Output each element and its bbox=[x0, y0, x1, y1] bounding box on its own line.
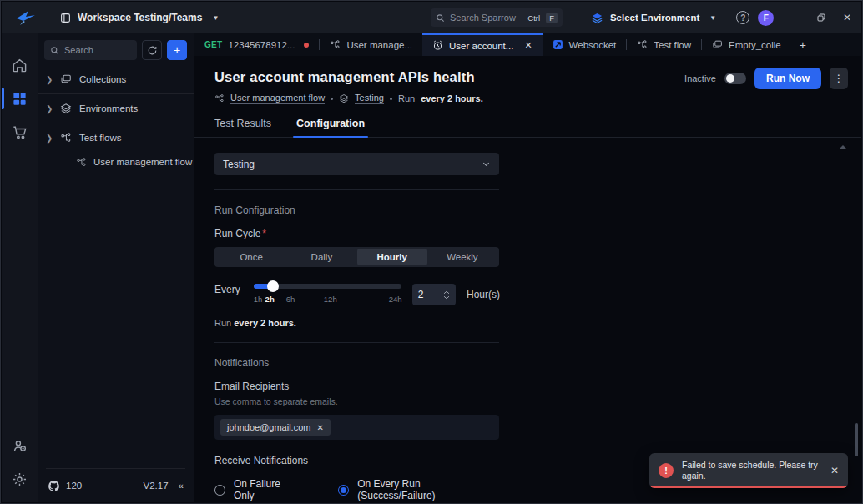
chevron-up-icon[interactable] bbox=[443, 290, 450, 295]
run-now-button[interactable]: Run Now bbox=[754, 68, 821, 89]
plus-icon: + bbox=[174, 43, 180, 57]
sidebar-child-label: User management flow bbox=[93, 157, 192, 167]
close-toast-icon[interactable]: ✕ bbox=[830, 465, 839, 476]
tab-empty-collection[interactable]: Empty_colle bbox=[702, 33, 791, 56]
main-content: User account management APIs health User… bbox=[194, 56, 861, 502]
notifications-section-label: Notifications bbox=[214, 357, 500, 369]
close-tab-icon[interactable]: ✕ bbox=[524, 40, 532, 51]
stepper-chevrons[interactable] bbox=[443, 290, 450, 300]
sidebar-item-collections[interactable]: ❯ Collections bbox=[38, 67, 194, 92]
topbar: Workspace Testing/Teams ▼ Search Sparrow… bbox=[2, 2, 861, 33]
slider-track[interactable] bbox=[254, 284, 401, 289]
flow-icon bbox=[214, 93, 225, 103]
cycle-option-daily[interactable]: Daily bbox=[286, 249, 356, 265]
tab-rest-request[interactable]: GET 12345678912... bbox=[194, 33, 319, 56]
rail-workspace-button[interactable] bbox=[2, 82, 38, 115]
chevron-right-icon[interactable]: ❯ bbox=[46, 134, 53, 143]
chevron-down-icon: ▼ bbox=[709, 14, 716, 22]
radio-label: On Every Run (Success/Failure) bbox=[357, 478, 500, 501]
sidebar-item-test-flows[interactable]: ❯ Test flows bbox=[38, 125, 194, 150]
close-button[interactable]: ✕ bbox=[843, 12, 851, 23]
sidebar-item-user-management-flow[interactable]: User management flow bbox=[38, 150, 194, 174]
sparrow-logo-icon bbox=[15, 8, 37, 27]
workspace-selector[interactable]: Workspace Testing/Teams ▼ bbox=[60, 12, 219, 23]
hours-slider[interactable]: 1h 2h 6h 12h 24h bbox=[254, 284, 401, 306]
minimize-button[interactable]: – bbox=[794, 12, 800, 23]
radio-on-failure-only[interactable]: On Failure Only bbox=[214, 478, 303, 501]
radio-circle-icon[interactable] bbox=[214, 485, 225, 496]
cycle-option-once[interactable]: Once bbox=[216, 249, 286, 265]
breadcrumb-environment-link[interactable]: Testing bbox=[355, 93, 384, 104]
panel-footer: 120 V2.17 « bbox=[38, 468, 194, 502]
required-marker: * bbox=[262, 228, 266, 239]
radio-on-every-run[interactable]: On Every Run (Success/Failure) bbox=[338, 478, 500, 501]
rail-marketplace-button[interactable] bbox=[2, 115, 38, 149]
email-recipients-input[interactable]: johndoe@gmail.com ✕ bbox=[214, 415, 499, 440]
radio-selected-icon[interactable] bbox=[338, 485, 349, 496]
configuration-form: Testing Run Configuration Run Cycle* Onc… bbox=[194, 138, 520, 504]
tab-test-flow[interactable]: Test flow bbox=[627, 33, 701, 56]
tab-websocket[interactable]: Websocket bbox=[543, 33, 627, 56]
maximize-button[interactable] bbox=[816, 13, 826, 23]
more-options-button[interactable]: ⋮ bbox=[830, 68, 848, 89]
global-search-input[interactable]: Search Sparrow Ctrl F bbox=[431, 8, 563, 27]
breadcrumb-separator bbox=[390, 98, 392, 100]
run-cycle-text: Run Cycle bbox=[214, 228, 260, 239]
sidebar-item-label: Environments bbox=[79, 103, 138, 113]
email-hint: Use comma to separate emails. bbox=[214, 396, 500, 406]
notification-radio-group: On Failure Only On Every Run (Success/Fa… bbox=[214, 478, 500, 501]
run-summary: Run every 2 hours. bbox=[214, 318, 500, 328]
flow-icon bbox=[330, 39, 341, 50]
tab-test-results[interactable]: Test Results bbox=[214, 118, 271, 137]
sidebar-search-input[interactable]: Search bbox=[44, 40, 137, 60]
workspace-label: Workspace Testing/Teams bbox=[78, 12, 202, 23]
method-get-label: GET bbox=[204, 40, 222, 49]
run-cycle-label: Run Cycle* bbox=[214, 228, 500, 239]
avatar[interactable]: F bbox=[758, 10, 774, 26]
sidebar-tree: ❯ Collections ❯ Environments ❯ Test flow… bbox=[38, 67, 194, 174]
github-icon bbox=[48, 480, 60, 492]
icon-rail bbox=[2, 33, 38, 502]
sidebar-panel: Search + ❯ Collections ❯ Environments ❯ bbox=[38, 33, 194, 502]
tick-24h: 24h bbox=[389, 295, 402, 304]
cycle-option-weekly[interactable]: Weekly bbox=[427, 249, 497, 265]
new-tab-button[interactable]: + bbox=[791, 33, 815, 56]
remove-chip-icon[interactable]: ✕ bbox=[316, 423, 323, 432]
refresh-button[interactable] bbox=[142, 40, 162, 60]
environment-selector[interactable]: Select Environment ▼ bbox=[591, 12, 716, 24]
tab-user-account-schedule[interactable]: User account... ✕ bbox=[422, 33, 543, 56]
rail-settings-button[interactable] bbox=[2, 462, 38, 496]
add-new-button[interactable]: + bbox=[167, 40, 187, 60]
sidebar-item-environments[interactable]: ❯ Environments bbox=[38, 96, 194, 121]
email-chip: johndoe@gmail.com ✕ bbox=[220, 419, 331, 436]
community-icon bbox=[12, 438, 28, 454]
slider-knob[interactable] bbox=[267, 280, 279, 292]
scroll-up-indicator[interactable] bbox=[840, 145, 846, 149]
receive-notifications-label: Receive Notifications bbox=[214, 455, 500, 466]
hours-stepper[interactable]: 2 bbox=[412, 284, 456, 305]
chevron-right-icon[interactable]: ❯ bbox=[46, 75, 53, 84]
header-actions: Inactive Run Now ⋮ bbox=[684, 68, 848, 89]
environment-select[interactable]: Testing bbox=[214, 153, 499, 175]
tab-configuration[interactable]: Configuration bbox=[296, 118, 365, 137]
rail-home-button[interactable] bbox=[2, 48, 38, 82]
cycle-option-hourly[interactable]: Hourly bbox=[357, 249, 427, 265]
flow-icon bbox=[637, 39, 648, 50]
run-summary-bold: every 2 hours. bbox=[234, 318, 296, 328]
chevron-down-icon[interactable] bbox=[443, 295, 450, 300]
active-toggle[interactable] bbox=[724, 73, 746, 84]
rail-community-button[interactable] bbox=[2, 429, 38, 462]
github-count[interactable]: 120 bbox=[66, 481, 82, 491]
help-button[interactable]: ? bbox=[736, 11, 749, 24]
collapse-panel-button[interactable]: « bbox=[179, 481, 184, 491]
environment-select-value: Testing bbox=[223, 159, 255, 170]
breadcrumb: User management flow Testing Run every 2… bbox=[214, 93, 841, 104]
scrollbar-thumb[interactable] bbox=[855, 423, 858, 456]
divider bbox=[38, 93, 194, 94]
tick-6h: 6h bbox=[286, 295, 295, 304]
tab-user-manage-flow[interactable]: User manage... bbox=[320, 33, 422, 56]
divider bbox=[214, 189, 499, 190]
breadcrumb-flow-link[interactable]: User management flow bbox=[230, 93, 325, 104]
chevron-right-icon[interactable]: ❯ bbox=[46, 104, 53, 113]
hours-value: 2 bbox=[418, 289, 424, 300]
